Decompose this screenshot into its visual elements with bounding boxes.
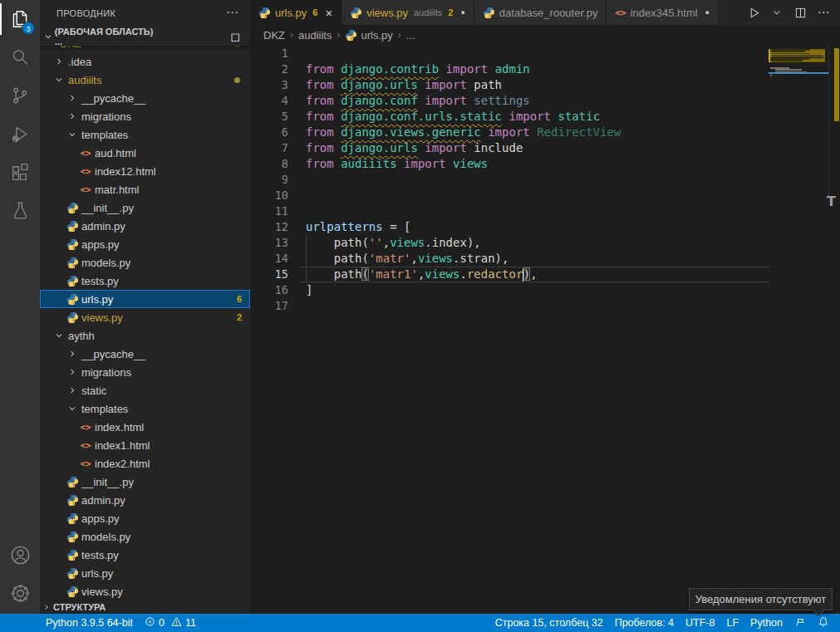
tree-item-apps.py[interactable]: apps.py — [40, 235, 250, 253]
tree-item-admin.py[interactable]: admin.py — [40, 217, 250, 235]
feedback-item[interactable] — [788, 614, 812, 632]
tree-item-__init__.py[interactable]: __init__.py — [40, 473, 250, 491]
breadcrumb: DKZ›audiiits›urls.py›... — [250, 25, 840, 45]
breadcrumb-item[interactable]: urls.py — [345, 29, 392, 42]
activity-extensions[interactable] — [0, 153, 40, 191]
run-dropdown-button[interactable] — [767, 2, 787, 22]
cursor-position-item[interactable]: Строка 15, столбец 32 — [489, 614, 609, 632]
collapse-all-button[interactable] — [227, 29, 242, 44]
code-line-6[interactable]: 6from django.views.generic import Redire… — [250, 125, 840, 140]
code-line-10[interactable]: 10 — [250, 188, 840, 203]
notifications-bell-item[interactable] — [812, 614, 835, 632]
tree-item-urls.py[interactable]: urls.py — [40, 564, 250, 582]
breadcrumb-item[interactable]: ... — [406, 29, 415, 42]
html-file-icon: <> — [80, 458, 91, 469]
tree-item-index2.html[interactable]: <>index2.html — [40, 454, 250, 473]
tab-description: audiiits — [414, 7, 442, 17]
tab-urls.py[interactable]: urls.py6× — [250, 0, 341, 25]
activity-account[interactable] — [0, 536, 40, 574]
tree-item-DKZ[interactable]: DKZ — [40, 46, 250, 52]
code-text: path('matr',views.stran), — [288, 251, 508, 267]
python-icon — [66, 512, 79, 525]
activity-settings[interactable] — [0, 574, 40, 612]
tree-item-aythh[interactable]: aythh — [40, 326, 250, 345]
new-file-button[interactable] — [162, 29, 177, 44]
code-line-11[interactable]: 11 — [250, 203, 840, 219]
tree-item-migrations[interactable]: migrations — [40, 107, 250, 125]
tree-item-.idea[interactable]: .idea — [40, 52, 250, 71]
workspace-section-header[interactable]: (РАБОЧАЯ ОБЛАСТЬ) ... — [40, 27, 250, 46]
tree-item-aud.html[interactable]: <>aud.html — [40, 144, 250, 162]
tree-item-apps.py[interactable]: apps.py — [40, 509, 250, 527]
tree-item-templates[interactable]: templates — [40, 399, 250, 418]
tree-item-tests.py[interactable]: tests.py — [40, 272, 250, 290]
problems-item[interactable]: 0 11 — [139, 614, 202, 632]
sidebar-more-button[interactable]: ⋯ — [226, 0, 238, 27]
code-line-14[interactable]: 14 path('matr',views.stran), — [250, 251, 840, 267]
code-line-17[interactable]: 17 — [250, 298, 840, 314]
activity-search[interactable] — [0, 38, 40, 76]
tree-item-matr.html[interactable]: <>matr.html — [40, 180, 250, 198]
refresh-button[interactable] — [205, 29, 220, 44]
warning-count: 11 — [185, 617, 196, 629]
activity-testing[interactable] — [0, 191, 40, 229]
tab-index345.html[interactable]: <>index345.html● — [607, 0, 719, 25]
tree-item-label: __pycache__ — [81, 348, 145, 360]
code-line-15[interactable]: 15 path('matr1',views.redactor), — [250, 267, 840, 282]
source-control-icon — [9, 85, 31, 106]
tab-database_roouter.py[interactable]: database_roouter.py — [474, 0, 607, 25]
code-line-7[interactable]: 7from django.urls import include — [250, 140, 840, 156]
code-line-4[interactable]: 4from django.conf import settings — [250, 93, 840, 109]
tree-item-models.py[interactable]: models.py — [40, 527, 250, 546]
tree-item-index1.html[interactable]: <>index1.html — [40, 436, 250, 454]
code-line-13[interactable]: 13 path('',views.index), — [250, 235, 840, 251]
tree-item-migrations[interactable]: migrations — [40, 363, 250, 381]
breadcrumb-item[interactable]: DKZ — [263, 29, 285, 42]
code-line-1[interactable]: 1 — [250, 46, 840, 61]
python-interpreter-item[interactable]: Python 3.9.5 64-bit — [40, 614, 139, 632]
code-line-12[interactable]: 12urlpatterns = [ — [250, 219, 840, 235]
tree-item-views.py[interactable]: views.py — [40, 582, 250, 600]
tree-item-label: aud.html — [95, 147, 136, 159]
code-line-5[interactable]: 5from django.conf.urls.static import sta… — [250, 109, 840, 125]
split-editor-button[interactable] — [790, 2, 810, 22]
tree-item-templates[interactable]: templates — [40, 125, 250, 144]
eol-item[interactable]: LF — [720, 614, 744, 632]
tree-item-views.py[interactable]: views.py2 — [40, 308, 250, 326]
tree-item-index12.html[interactable]: <>index12.html — [40, 162, 250, 180]
indentation-item[interactable]: Пробелов: 4 — [609, 614, 680, 632]
encoding-item[interactable]: UTF-8 — [680, 614, 720, 632]
tree-item-tests.py[interactable]: tests.py — [40, 546, 250, 564]
tree-item-urls.py[interactable]: urls.py6 — [40, 290, 250, 308]
code-editor[interactable]: 12from django.contrib import admin3from … — [250, 45, 840, 614]
code-line-8[interactable]: 8from audiiits import views — [250, 156, 840, 172]
outline-section-header[interactable]: СТРУКТУРА — [40, 600, 250, 614]
code-line-2[interactable]: 2from django.contrib import admin — [250, 61, 840, 77]
tree-item-index.html[interactable]: <>index.html — [40, 418, 250, 436]
tree-item-__pycache__[interactable]: __pycache__ — [40, 89, 250, 107]
tree-item-audiiits[interactable]: audiiits — [40, 71, 250, 89]
tree-item-__init__.py[interactable]: __init__.py — [40, 198, 250, 217]
close-icon[interactable]: × — [325, 6, 332, 20]
minimap[interactable] — [769, 46, 828, 619]
python-version-label: Python 3.9.5 64-bit — [46, 617, 133, 629]
workspace-actions — [162, 29, 250, 44]
python-icon — [66, 585, 79, 598]
activity-source-control[interactable] — [0, 76, 40, 115]
python-icon — [66, 202, 79, 214]
activity-run-debug[interactable] — [0, 115, 40, 153]
tree-item-models.py[interactable]: models.py — [40, 253, 250, 272]
tree-item-static[interactable]: static — [40, 381, 250, 399]
code-line-16[interactable]: 16] — [250, 282, 840, 298]
language-mode-item[interactable]: Python — [744, 614, 788, 632]
tab-views.py[interactable]: views.pyaudiiits2● — [341, 0, 474, 25]
run-button[interactable] — [744, 2, 764, 22]
new-folder-button[interactable] — [184, 29, 199, 44]
code-line-3[interactable]: 3from django.urls import path — [250, 77, 840, 93]
activity-explorer[interactable]: 3 — [0, 0, 40, 38]
tree-item-admin.py[interactable]: admin.py — [40, 491, 250, 509]
breadcrumb-item[interactable]: audiiits — [298, 29, 332, 42]
code-line-9[interactable]: 9 — [250, 172, 840, 188]
tree-item-__pycache__[interactable]: __pycache__ — [40, 345, 250, 363]
more-button[interactable]: ⋯ — [813, 2, 833, 22]
